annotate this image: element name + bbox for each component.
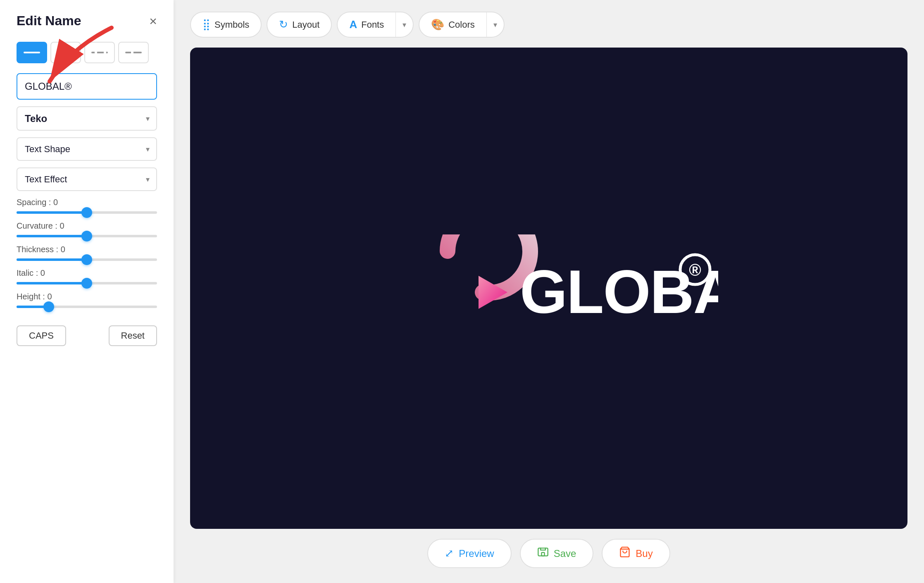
italic-label: Italic : 0 <box>17 268 157 278</box>
logo-svg: GLOBAL ® <box>379 234 718 342</box>
thickness-label: Thickness : 0 <box>17 245 157 254</box>
thickness-slider[interactable] <box>17 258 157 261</box>
height-slider-section: Height : 0 <box>17 292 157 308</box>
line-style-dashed-long[interactable] <box>118 42 149 63</box>
solid-line-icon <box>24 52 40 53</box>
name-text-input[interactable] <box>17 73 157 100</box>
line-style-group <box>17 42 157 63</box>
italic-value: 0 <box>40 268 45 277</box>
dashed-medium-line-icon <box>91 52 108 53</box>
buy-button[interactable]: Buy <box>602 539 670 568</box>
height-slider[interactable] <box>17 306 157 308</box>
panel-header: Edit Name × <box>17 13 157 29</box>
dashed-long-line-icon <box>125 52 142 53</box>
fonts-group: A Fonts ▾ <box>337 12 414 38</box>
text-shape-dropdown-wrapper: Text Shape ▾ <box>17 137 157 161</box>
fonts-chevron-icon: ▾ <box>402 20 406 29</box>
colors-button[interactable]: 🎨 Colors <box>419 12 486 38</box>
thickness-slider-section: Thickness : 0 <box>17 245 157 261</box>
right-panel: ⣿ Symbols ↻ Layout A Fonts ▾ 🎨 Colors ▾ <box>174 0 924 583</box>
colors-label: Colors <box>448 19 475 30</box>
curvature-slider[interactable] <box>17 235 157 237</box>
preview-label: Preview <box>459 548 494 559</box>
preview-button[interactable]: ⤢ Preview <box>427 539 511 568</box>
preview-icon: ⤢ <box>445 547 454 560</box>
text-shape-select[interactable]: Text Shape <box>17 137 157 161</box>
canvas-area: GLOBAL ® <box>190 48 907 529</box>
svg-text:GLOBAL: GLOBAL <box>520 258 718 326</box>
svg-rect-6 <box>541 552 544 556</box>
spacing-slider-section: Spacing : 0 <box>17 198 157 214</box>
colors-icon: 🎨 <box>431 18 444 31</box>
save-label: Save <box>554 548 576 559</box>
symbols-button[interactable]: ⣿ Symbols <box>190 12 262 38</box>
fonts-label: Fonts <box>361 19 384 30</box>
fonts-button[interactable]: A Fonts <box>337 12 395 38</box>
text-effect-select[interactable]: Text Effect <box>17 167 157 191</box>
layout-label: Layout <box>292 19 319 30</box>
symbols-icon: ⣿ <box>202 18 210 31</box>
italic-thumb[interactable] <box>81 278 92 289</box>
line-style-solid[interactable] <box>17 42 47 63</box>
save-button[interactable]: Save <box>520 539 594 568</box>
curvature-label: Curvature : 0 <box>17 221 157 231</box>
reset-button[interactable]: Reset <box>109 325 157 346</box>
save-icon <box>537 546 549 561</box>
close-button[interactable]: × <box>149 14 157 28</box>
line-style-dashed-short[interactable] <box>50 42 81 63</box>
svg-text:®: ® <box>689 261 701 279</box>
action-buttons: ⤢ Preview Save Buy <box>190 539 907 571</box>
curvature-thumb[interactable] <box>81 231 92 241</box>
font-select[interactable]: Teko <box>17 106 157 131</box>
buy-icon <box>619 546 631 561</box>
height-value: 0 <box>47 292 52 301</box>
colors-chevron-icon: ▾ <box>493 20 497 29</box>
font-dropdown-wrapper: Teko ▾ <box>17 106 157 131</box>
thickness-thumb[interactable] <box>81 254 92 265</box>
bottom-buttons: CAPS Reset <box>17 325 157 346</box>
spacing-fill <box>17 211 87 214</box>
svg-marker-1 <box>479 276 507 309</box>
curvature-slider-section: Curvature : 0 <box>17 221 157 237</box>
caps-button[interactable]: CAPS <box>17 325 66 346</box>
fonts-icon: A <box>349 18 357 31</box>
thickness-value: 0 <box>61 245 65 254</box>
thickness-fill <box>17 258 87 261</box>
line-style-dashed-medium[interactable] <box>84 42 115 63</box>
italic-slider[interactable] <box>17 282 157 284</box>
colors-group: 🎨 Colors ▾ <box>419 12 505 38</box>
colors-chevron-button[interactable]: ▾ <box>486 12 505 38</box>
buy-label: Buy <box>636 548 653 559</box>
layout-icon: ↻ <box>279 18 288 31</box>
curvature-value: 0 <box>60 221 64 230</box>
height-thumb[interactable] <box>43 301 54 312</box>
text-effect-dropdown-wrapper: Text Effect ▾ <box>17 167 157 191</box>
spacing-thumb[interactable] <box>81 207 92 218</box>
symbols-label: Symbols <box>214 19 249 30</box>
layout-button[interactable]: ↻ Layout <box>267 12 332 38</box>
italic-slider-section: Italic : 0 <box>17 268 157 284</box>
fonts-chevron-button[interactable]: ▾ <box>395 12 414 38</box>
left-panel: Edit Name × Teko <box>0 0 174 583</box>
top-toolbar: ⣿ Symbols ↻ Layout A Fonts ▾ 🎨 Colors ▾ <box>190 12 907 38</box>
curvature-fill <box>17 235 87 237</box>
spacing-slider[interactable] <box>17 211 157 214</box>
dashed-short-line-icon <box>57 52 74 53</box>
panel-title: Edit Name <box>17 13 81 29</box>
spacing-label: Spacing : 0 <box>17 198 157 207</box>
italic-fill <box>17 282 87 284</box>
height-label: Height : 0 <box>17 292 157 301</box>
spacing-value: 0 <box>53 198 58 207</box>
